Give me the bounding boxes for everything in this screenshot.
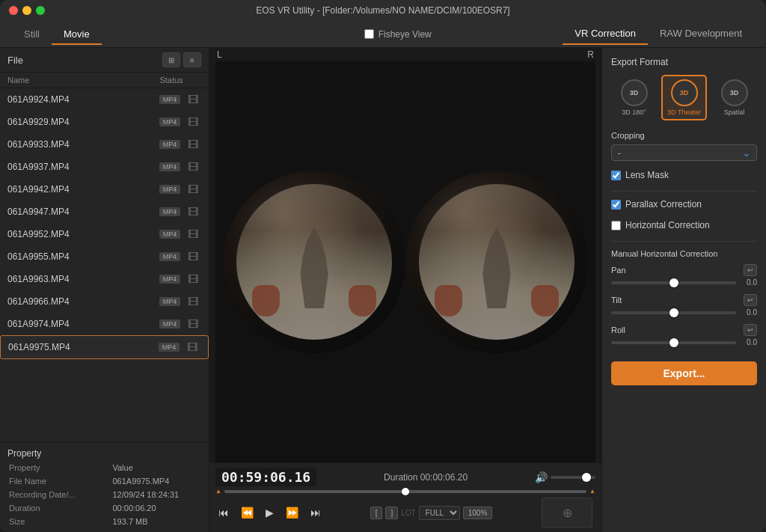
file-type-icon: 🎞 bbox=[185, 204, 201, 220]
list-view-button[interactable]: ≡ bbox=[183, 52, 201, 67]
property-value: 00:00:06.20 bbox=[105, 502, 207, 514]
slider-track-pan[interactable] bbox=[611, 281, 736, 284]
slider-reset-tilt[interactable]: ↩ bbox=[744, 294, 757, 306]
fisheye-label: Fisheye View bbox=[379, 29, 432, 40]
file-item[interactable]: 061A9966.MP4 MP4 🎞 bbox=[0, 290, 209, 313]
file-type-icon: 🎞 bbox=[185, 114, 201, 130]
slider-track-roll[interactable] bbox=[611, 341, 736, 344]
file-item[interactable]: 061A9933.MP4 MP4 🎞 bbox=[0, 133, 209, 156]
time-row: 00:59:06.16 Duration 00:00:06.20 🔊 bbox=[215, 466, 595, 488]
trim-in-button[interactable]: [ bbox=[370, 507, 383, 519]
fisheye-view-toggle: Fisheye View bbox=[364, 29, 432, 40]
volume-slider[interactable] bbox=[551, 476, 595, 479]
edit-controls: [ ] LOT FULL 100% bbox=[370, 506, 493, 520]
file-name: 061A9952.MP4 bbox=[7, 229, 159, 239]
file-item[interactable]: 061A9963.MP4 MP4 🎞 bbox=[0, 268, 209, 290]
lens-mask-checkbox[interactable] bbox=[611, 171, 621, 180]
horizontal-correction-checkbox[interactable] bbox=[611, 221, 621, 230]
parallax-correction-row: Parallax Correction bbox=[611, 199, 757, 210]
slider-row-roll: 0.0 bbox=[611, 338, 757, 346]
center-area: L R bbox=[209, 48, 601, 532]
grid-view-button[interactable]: ⊞ bbox=[162, 52, 180, 67]
slider-label-roll: Roll bbox=[611, 325, 625, 334]
file-item[interactable]: 061A9974.MP4 MP4 🎞 bbox=[0, 313, 209, 335]
lens-mask-label: Lens Mask bbox=[625, 170, 669, 180]
zoom-display: 100% bbox=[463, 507, 493, 519]
property-row: PropertyValue bbox=[1, 462, 207, 474]
extra-icon: ⊕ bbox=[563, 506, 572, 520]
export-format-grid: 3D 3D 180° 3D 3D Theater 3D Spatial bbox=[611, 75, 757, 120]
slider-thumb-tilt[interactable] bbox=[670, 308, 678, 317]
property-key: Property bbox=[1, 462, 103, 474]
format-circle: 3D bbox=[671, 79, 698, 106]
sidebar-header: File ⊞ ≡ bbox=[0, 48, 209, 73]
file-name: 061A9929.MP4 bbox=[7, 117, 159, 127]
slider-row-tilt: 0.0 bbox=[611, 308, 757, 317]
skip-start-button[interactable]: ⏮ bbox=[215, 505, 232, 520]
statue-right bbox=[474, 223, 520, 308]
fisheye-checkbox[interactable] bbox=[364, 29, 374, 39]
slider-reset-roll[interactable]: ↩ bbox=[744, 324, 757, 336]
file-list[interactable]: 061A9924.MP4 MP4 🎞 061A9929.MP4 MP4 🎞 06… bbox=[0, 88, 209, 441]
file-item[interactable]: 061A9929.MP4 MP4 🎞 bbox=[0, 111, 209, 133]
file-item[interactable]: 061A9937.MP4 MP4 🎞 bbox=[0, 156, 209, 178]
play-button[interactable]: ▶ bbox=[263, 505, 277, 520]
minimize-button[interactable] bbox=[22, 6, 31, 15]
format-3d180[interactable]: 3D 3D 180° bbox=[611, 75, 657, 120]
window-controls[interactable] bbox=[9, 6, 45, 15]
file-type-icon: 🎞 bbox=[185, 91, 201, 108]
tab-vr-correction[interactable]: VR Correction bbox=[563, 23, 648, 45]
slider-val-roll: 0.0 bbox=[741, 338, 757, 346]
lens-mask-row: Lens Mask bbox=[611, 170, 757, 180]
cropping-dropdown-wrapper: - ⌄ bbox=[611, 144, 757, 161]
slider-reset-pan[interactable]: ↩ bbox=[744, 264, 757, 276]
statue-left bbox=[291, 223, 337, 308]
file-item[interactable]: 061A9942.MP4 MP4 🎞 bbox=[0, 178, 209, 201]
file-badge: MP4 bbox=[159, 95, 180, 104]
format-circle: 3D bbox=[621, 79, 648, 106]
file-item[interactable]: 061A9952.MP4 MP4 🎞 bbox=[0, 223, 209, 245]
scrubber-thumb[interactable] bbox=[402, 488, 409, 495]
file-type-icon: 🎞 bbox=[185, 181, 201, 198]
property-value: Value bbox=[105, 462, 207, 474]
file-item[interactable]: 061A9947.MP4 MP4 🎞 bbox=[0, 201, 209, 223]
col-status-header: Status bbox=[141, 76, 201, 85]
file-item[interactable]: 061A9975.MP4 MP4 🎞 bbox=[0, 335, 209, 359]
cropping-dropdown[interactable]: - bbox=[611, 144, 757, 161]
tab-still[interactable]: Still bbox=[12, 24, 52, 44]
maximize-button[interactable] bbox=[36, 6, 45, 15]
step-forward-button[interactable]: ⏩ bbox=[283, 505, 301, 520]
property-panel: Property PropertyValueFile Name061A9975.… bbox=[0, 441, 209, 532]
scrubber-track[interactable] bbox=[224, 490, 586, 493]
full-select[interactable]: FULL bbox=[419, 506, 460, 520]
right-tabs: VR Correction RAW Development bbox=[563, 23, 754, 45]
file-type-icon: 🎞 bbox=[185, 271, 201, 287]
horizontal-correction-label: Horizontal Correction bbox=[625, 220, 710, 230]
slider-label-row-roll: Roll ↩ bbox=[611, 324, 757, 336]
format-spatial[interactable]: 3D Spatial bbox=[711, 75, 757, 120]
parallax-correction-checkbox[interactable] bbox=[611, 200, 621, 210]
pot-left-right bbox=[435, 285, 462, 316]
file-name: 061A9963.MP4 bbox=[7, 274, 159, 284]
file-item[interactable]: 061A9924.MP4 MP4 🎞 bbox=[0, 88, 209, 111]
tab-movie[interactable]: Movie bbox=[52, 24, 102, 44]
format-3dtheater[interactable]: 3D 3D Theater bbox=[661, 75, 707, 120]
fisheye-container bbox=[215, 61, 595, 462]
slider-thumb-roll[interactable] bbox=[670, 338, 678, 347]
step-back-button[interactable]: ⏪ bbox=[238, 505, 257, 520]
trim-out-button[interactable]: ] bbox=[385, 507, 398, 519]
tab-raw-development[interactable]: RAW Development bbox=[648, 23, 754, 45]
export-button[interactable]: Export... bbox=[611, 361, 757, 385]
slider-group-roll: Roll ↩ 0.0 bbox=[611, 324, 757, 346]
slider-thumb-pan[interactable] bbox=[670, 278, 678, 287]
skip-end-button[interactable]: ⏭ bbox=[307, 505, 324, 520]
volume-control: 🔊 bbox=[535, 471, 595, 483]
file-badge: MP4 bbox=[159, 275, 180, 284]
file-item[interactable]: 061A9955.MP4 MP4 🎞 bbox=[0, 245, 209, 268]
slider-track-tilt[interactable] bbox=[611, 311, 736, 314]
slider-row-pan: 0.0 bbox=[611, 278, 757, 287]
close-button[interactable] bbox=[9, 6, 18, 15]
right-label: R bbox=[587, 49, 594, 60]
file-type-icon: 🎞 bbox=[185, 136, 201, 153]
cropping-label: Cropping bbox=[611, 131, 757, 140]
